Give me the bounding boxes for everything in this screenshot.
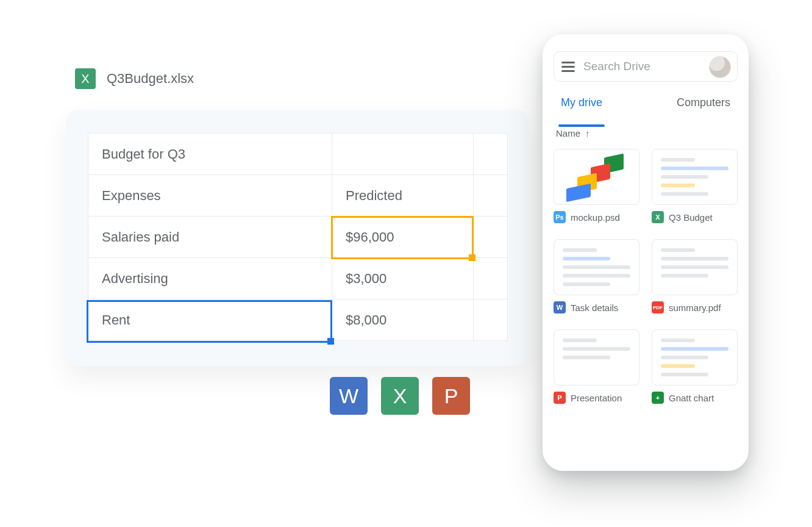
spreadsheet-card: Budget for Q3 ExpensesPredicted Salaries… bbox=[66, 110, 529, 366]
office-icons-row: W X P bbox=[330, 377, 470, 415]
table-row[interactable]: Advertising$3,000 bbox=[88, 258, 508, 299]
drive-tabs: My drive Computers bbox=[561, 96, 730, 121]
cell[interactable]: $96,000 bbox=[332, 217, 474, 258]
cell[interactable]: $8,000 bbox=[332, 299, 474, 341]
menu-icon[interactable] bbox=[561, 62, 575, 71]
sort-arrow-up-icon: ↑ bbox=[585, 128, 590, 138]
cell[interactable] bbox=[474, 258, 508, 299]
file-thumb bbox=[652, 149, 738, 205]
cell[interactable]: $3,000 bbox=[332, 258, 474, 299]
file-label: Q3 Budget bbox=[669, 212, 713, 223]
account-avatar[interactable] bbox=[709, 56, 731, 78]
excel-file-icon: X bbox=[652, 211, 664, 223]
word-icon[interactable]: W bbox=[330, 377, 368, 415]
file-name[interactable]: Q3Budget.xlsx bbox=[107, 71, 194, 87]
cell[interactable] bbox=[474, 217, 508, 258]
sort-by-name[interactable]: Name ↑ bbox=[556, 128, 590, 138]
excel-app-icon: X bbox=[75, 68, 96, 89]
cell[interactable]: Salaries paid bbox=[88, 217, 332, 258]
excel-icon[interactable]: X bbox=[381, 377, 419, 415]
cell[interactable]: Rent bbox=[88, 299, 332, 341]
pdf-file-icon: PDF bbox=[652, 301, 664, 314]
file-tile-task-details[interactable]: W Task details bbox=[554, 239, 639, 314]
file-label: Task details bbox=[571, 303, 618, 313]
word-file-icon: W bbox=[554, 301, 566, 314]
cell[interactable] bbox=[474, 175, 508, 217]
cell[interactable] bbox=[474, 299, 508, 341]
cell[interactable] bbox=[332, 134, 474, 175]
file-tile-summary-pdf[interactable]: PDF summary.pdf bbox=[652, 239, 738, 314]
file-label: Presentation bbox=[571, 393, 622, 403]
table-row[interactable]: Budget for Q3 bbox=[88, 134, 508, 175]
drive-mobile-frame: Search Drive My drive Computers Name ↑ P… bbox=[543, 34, 749, 471]
spreadsheet-grid[interactable]: Budget for Q3 ExpensesPredicted Salaries… bbox=[88, 133, 507, 341]
file-grid: Ps mockup.psd X Q3 Budget W Task details bbox=[554, 149, 738, 404]
table-row[interactable]: ExpensesPredicted bbox=[88, 175, 508, 217]
file-thumb bbox=[554, 239, 639, 295]
file-label: summary.pdf bbox=[669, 303, 721, 313]
file-label: mockup.psd bbox=[571, 212, 620, 223]
file-thumb bbox=[652, 239, 738, 295]
photoshop-icon: Ps bbox=[554, 211, 566, 223]
tab-computers[interactable]: Computers bbox=[677, 96, 730, 121]
cell[interactable]: Predicted bbox=[332, 175, 474, 217]
file-tile-mockup[interactable]: Ps mockup.psd bbox=[554, 149, 639, 223]
file-tile-q3-budget[interactable]: X Q3 Budget bbox=[652, 149, 738, 223]
table-row[interactable]: Rent$8,000 bbox=[88, 299, 508, 341]
file-tile-gnatt-chart[interactable]: + Gnatt chart bbox=[652, 329, 738, 404]
cell[interactable]: Budget for Q3 bbox=[88, 134, 332, 175]
tab-my-drive[interactable]: My drive bbox=[561, 96, 602, 121]
file-header: X Q3Budget.xlsx bbox=[75, 68, 194, 89]
file-tile-presentation[interactable]: P Presentation bbox=[554, 329, 639, 404]
search-placeholder: Search Drive bbox=[583, 60, 650, 73]
file-thumb bbox=[652, 329, 738, 385]
cell[interactable] bbox=[474, 134, 508, 175]
file-thumb bbox=[554, 149, 639, 205]
table-row[interactable]: Salaries paid$96,000 bbox=[88, 217, 508, 258]
cell[interactable]: Expenses bbox=[88, 175, 332, 217]
drive-search-bar[interactable]: Search Drive bbox=[554, 51, 738, 82]
sort-label: Name bbox=[556, 128, 580, 138]
sheets-file-icon: + bbox=[652, 392, 664, 404]
powerpoint-icon[interactable]: P bbox=[432, 377, 470, 415]
powerpoint-file-icon: P bbox=[554, 392, 566, 404]
blocks-illustration bbox=[566, 156, 627, 199]
file-label: Gnatt chart bbox=[669, 393, 714, 403]
file-thumb bbox=[554, 329, 639, 385]
cell[interactable]: Advertising bbox=[88, 258, 332, 299]
